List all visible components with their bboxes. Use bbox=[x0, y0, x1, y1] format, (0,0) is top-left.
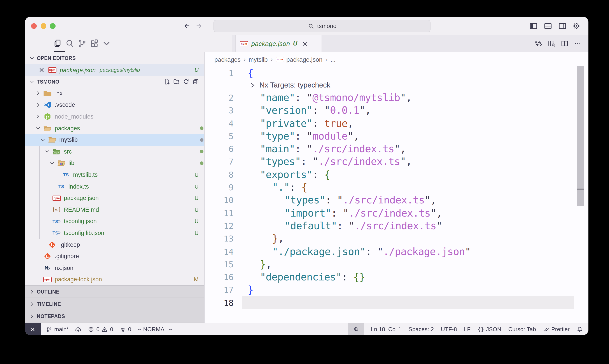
code-line-7[interactable]: 7"types": "./src/index.ts", bbox=[205, 155, 588, 168]
activity-item-extensions[interactable] bbox=[90, 37, 99, 50]
status-label: 0 bbox=[96, 326, 100, 333]
toggle-primary-sidebar-icon[interactable] bbox=[529, 22, 538, 30]
tree-item-mytslib[interactable]: mytslib bbox=[25, 134, 204, 146]
code-line-10[interactable]: 10"types": "./src/index.ts", bbox=[205, 194, 588, 207]
tree-item-tsconfig.lib.json[interactable]: TS⚙tsconfig.lib.jsonU bbox=[25, 227, 204, 239]
toggle-panel-icon[interactable] bbox=[544, 22, 552, 30]
code-line-17[interactable]: 17} bbox=[205, 284, 588, 296]
tree-item-packages[interactable]: packages bbox=[25, 122, 204, 134]
status-remote-indicator[interactable] bbox=[25, 323, 41, 335]
collapse-all-icon[interactable] bbox=[193, 78, 199, 85]
code-line-13[interactable]: 13}, bbox=[205, 232, 588, 245]
tab-package-json[interactable]: npm package.json U bbox=[235, 35, 322, 52]
code-line-16[interactable]: 16"dependencies": {} bbox=[205, 271, 588, 284]
go-back-button[interactable] bbox=[183, 22, 190, 29]
line-number: 16 bbox=[205, 272, 234, 282]
section-explorer-root[interactable]: TSMONO bbox=[25, 76, 204, 88]
explorer-root-title: TSMONO bbox=[37, 79, 59, 84]
code-editor[interactable]: 1{Nx Targets: typecheck2"name": "@tsmono… bbox=[205, 66, 588, 323]
tree-item-package-lock.json[interactable]: npmpackage-lock.jsonM bbox=[25, 274, 204, 285]
section-timeline[interactable]: TIMELINE bbox=[25, 298, 204, 310]
status-git-branch[interactable]: main* bbox=[46, 323, 69, 335]
activity-item-more-views[interactable] bbox=[102, 37, 111, 50]
tree-item-.nx[interactable]: .nx bbox=[25, 88, 204, 99]
zoom-window-button[interactable] bbox=[50, 23, 56, 29]
status-zoom-level[interactable] bbox=[348, 323, 364, 335]
code-line-14[interactable]: 14"./package.json": "./package.json" bbox=[205, 245, 588, 258]
split-editor-icon[interactable] bbox=[561, 40, 568, 47]
breadcrumb-item-packages[interactable]: packages bbox=[214, 56, 241, 63]
git-dot-badge bbox=[200, 150, 203, 153]
command-center-search[interactable]: tsmono bbox=[213, 20, 430, 32]
section-open-editors[interactable]: OPEN EDITORS bbox=[25, 52, 204, 64]
tree-item-nx.json[interactable]: Nxnx.json bbox=[25, 262, 204, 274]
tree-item-README.md[interactable]: M↓README.mdU bbox=[25, 204, 204, 215]
tree-item-node_modules[interactable]: jsnode_modules bbox=[25, 111, 204, 122]
tree-item-.vscode[interactable]: .vscode bbox=[25, 99, 204, 111]
tree-item-index.ts[interactable]: TSindex.tsU bbox=[25, 181, 204, 192]
breadcrumb: packages›mytslib›npmpackage.json›... bbox=[205, 52, 588, 66]
code-line-8[interactable]: 8"exports": { bbox=[205, 168, 588, 181]
token-str: ./src/index.ts bbox=[312, 143, 394, 155]
close-window-button[interactable] bbox=[31, 23, 37, 29]
open-changes-icon[interactable] bbox=[535, 40, 542, 47]
code-line-12[interactable]: 12"default": "./src/index.ts" bbox=[205, 220, 588, 232]
tree-item-label: package.json bbox=[64, 195, 99, 201]
code-line-5[interactable]: 5"type": "module", bbox=[205, 130, 588, 143]
close-editor-icon[interactable] bbox=[38, 66, 45, 73]
status-notifications[interactable] bbox=[577, 323, 583, 335]
go-forward-button[interactable] bbox=[195, 22, 203, 29]
open-preview-icon[interactable] bbox=[548, 40, 555, 47]
code-line-4[interactable]: 4"private": true, bbox=[205, 117, 588, 130]
minimize-window-button[interactable] bbox=[40, 23, 46, 29]
nx-targets-codelens[interactable]: Nx Targets: typecheck bbox=[205, 79, 588, 91]
code-line-15[interactable]: 15}, bbox=[205, 258, 588, 271]
activity-item-search[interactable] bbox=[65, 37, 74, 50]
code-line-11[interactable]: 11"import": "./src/index.ts", bbox=[205, 207, 588, 220]
breadcrumb-item-more[interactable]: ... bbox=[331, 56, 336, 63]
status-vim-mode[interactable]: -- NORMAL -- bbox=[138, 323, 173, 335]
code-line-2[interactable]: 2"name": "@tsmono/mytslib", bbox=[205, 91, 588, 104]
new-file-icon[interactable] bbox=[164, 78, 170, 85]
close-tab-icon[interactable] bbox=[302, 40, 309, 47]
section-notepads[interactable]: NOTEPADS bbox=[25, 310, 204, 323]
more-actions-icon[interactable] bbox=[574, 40, 582, 47]
status-sync-changes[interactable] bbox=[76, 323, 82, 335]
token-pun: ", bbox=[400, 156, 412, 167]
tree-item-src[interactable]: </>src bbox=[25, 146, 204, 157]
editor-scrollbar-thumb[interactable] bbox=[577, 66, 584, 206]
code-line-9[interactable]: 9".": { bbox=[205, 181, 588, 194]
open-editor-item-package-json[interactable]: npm package.json packages/mytslib U bbox=[25, 64, 204, 76]
breadcrumb-item-package.json[interactable]: npmpackage.json bbox=[276, 56, 323, 63]
line-number: 3 bbox=[205, 105, 234, 115]
token-str: ./src/index.ts bbox=[349, 207, 430, 219]
tree-item-lib[interactable]: lib bbox=[25, 157, 204, 169]
tree-item-mytslib.ts[interactable]: TSmytslib.tsU bbox=[25, 169, 204, 181]
breadcrumb-item-mytslib[interactable]: mytslib bbox=[249, 56, 268, 63]
status-language-mode[interactable]: {}JSON bbox=[478, 323, 501, 335]
status-ports[interactable]: 0 bbox=[120, 323, 131, 335]
activity-item-source-control[interactable] bbox=[78, 37, 87, 50]
tree-item-tsconfig.json[interactable]: TS⚙tsconfig.jsonU bbox=[25, 215, 204, 227]
status-indentation[interactable]: Spaces: 2 bbox=[409, 323, 434, 335]
tree-item-.gitignore[interactable]: .gitignore bbox=[25, 250, 204, 262]
tree-item-.gitkeep[interactable]: .gitkeep bbox=[25, 239, 204, 250]
status-formatter[interactable]: Prettier bbox=[543, 323, 570, 335]
status-cursor-position[interactable]: Ln 18, Col 1 bbox=[371, 323, 402, 335]
status-encoding[interactable]: UTF-8 bbox=[441, 323, 457, 335]
code-line-1[interactable]: 1{ bbox=[205, 66, 588, 79]
activity-item-explorer[interactable] bbox=[53, 37, 62, 50]
new-folder-icon[interactable] bbox=[173, 78, 180, 85]
status-cursor-tab[interactable]: Cursor Tab bbox=[508, 323, 536, 335]
code-line-18[interactable]: 18 bbox=[205, 296, 588, 309]
status-problems[interactable]: 00 bbox=[88, 323, 113, 335]
status-eol[interactable]: LF bbox=[464, 323, 470, 335]
refresh-icon[interactable] bbox=[183, 78, 189, 85]
toggle-secondary-sidebar-icon[interactable] bbox=[558, 22, 567, 30]
code-line-6[interactable]: 6"main": "./src/index.ts", bbox=[205, 143, 588, 155]
search-value: tsmono bbox=[317, 23, 337, 29]
code-line-3[interactable]: 3"version": "0.0.1", bbox=[205, 104, 588, 117]
settings-gear-icon[interactable]: ⚙ bbox=[573, 22, 580, 30]
section-outline[interactable]: OUTLINE bbox=[25, 286, 204, 298]
tree-item-package.json[interactable]: npmpackage.jsonU bbox=[25, 192, 204, 204]
